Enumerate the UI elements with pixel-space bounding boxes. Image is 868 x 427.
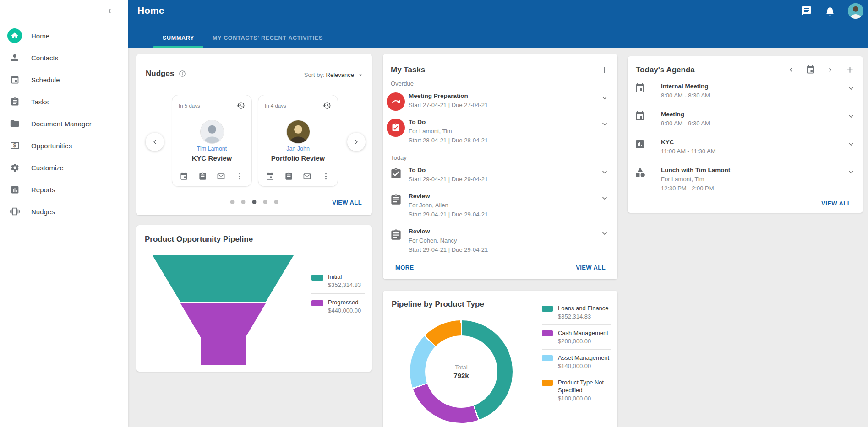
sidebar-item-document-manager[interactable]: Document Manager — [0, 113, 128, 135]
carousel-dot[interactable] — [230, 200, 235, 204]
tab-summary[interactable]: SUMMARY — [153, 27, 203, 48]
agenda-item-title: Internal Meeting — [661, 82, 846, 91]
sidebar-item-customize[interactable]: Customize — [0, 157, 128, 178]
chevron-down-icon[interactable] — [846, 84, 856, 93]
task-title: To Do — [409, 166, 600, 175]
clipboard-icon — [7, 94, 22, 109]
agenda-row[interactable]: Meeting 9:00 AM - 9:30 AM — [628, 105, 863, 133]
chevron-down-icon[interactable] — [600, 194, 609, 203]
chevron-down-icon[interactable] — [846, 112, 856, 121]
nudges-view-all-link[interactable]: VIEW ALL — [332, 199, 362, 206]
sidebar-collapse-button[interactable] — [104, 6, 115, 16]
contact-avatar[interactable] — [201, 120, 224, 143]
legend-item: Initial $352,314.83 — [311, 273, 365, 288]
chevron-down-icon[interactable] — [600, 93, 609, 103]
carousel-dot[interactable] — [274, 200, 278, 204]
chevron-down-icon[interactable] — [600, 168, 609, 177]
tasks-view-all-link[interactable]: VIEW ALL — [576, 264, 606, 271]
more-options-kebab-icon[interactable] — [322, 172, 330, 181]
agenda-item-time: 8:00 AM - 8:30 AM — [661, 91, 846, 100]
legend-item: Loans and Finance $352,314.83 — [542, 304, 611, 320]
legend-item: Asset Management $140,000.00 — [542, 354, 611, 370]
home-icon — [7, 28, 22, 43]
meeting-calendar-icon — [634, 105, 661, 122]
todays-agenda-card: Today's Agenda Internal Meeting 8:00 AM … — [628, 56, 863, 213]
carousel-dot[interactable] — [252, 200, 257, 204]
sort-by-dropdown[interactable]: Sort by: Relevance — [304, 71, 364, 78]
legend-divider — [311, 293, 365, 294]
add-task-plus-icon[interactable] — [599, 65, 609, 75]
more-options-kebab-icon[interactable] — [235, 172, 244, 181]
agenda-row[interactable]: Internal Meeting 8:00 AM - 8:30 AM — [628, 77, 863, 105]
nudge-card[interactable]: In 5 days Tim Lamont KYC Review — [172, 95, 252, 187]
legend-label: Progressed — [328, 299, 361, 306]
sidebar-item-label: Reports — [31, 186, 55, 194]
agenda-view-all-link[interactable]: VIEW ALL — [821, 200, 851, 207]
task-row[interactable]: Review For John, Allen Start 29-04-21 | … — [383, 188, 617, 223]
history-icon[interactable] — [236, 101, 245, 110]
sidebar-item-opportunities[interactable]: $ Opportunities — [0, 135, 128, 157]
task-row[interactable]: To Do For Lamont, Tim Start 28-04-21 | D… — [383, 114, 617, 149]
task-row[interactable]: Meeting Preparation Start 27-04-21 | Due… — [383, 88, 617, 114]
notifications-bell-icon[interactable] — [824, 5, 835, 16]
legend-swatch — [542, 355, 553, 361]
calendar-action-icon[interactable] — [266, 172, 274, 181]
carousel-dot[interactable] — [241, 200, 246, 204]
sidebar-item-reports[interactable]: Reports — [0, 178, 128, 200]
agenda-item-time: 11:00 AM - 11:30 AM — [661, 147, 846, 156]
sidebar-item-label: Opportunities — [31, 142, 72, 150]
messages-icon[interactable] — [801, 5, 812, 16]
legend-label: Initial — [328, 273, 361, 280]
sidebar-item-contacts[interactable]: Contacts — [0, 47, 128, 69]
task-assignee: For Cohen, Nancy — [409, 236, 600, 245]
task-title: Review — [409, 192, 600, 201]
carousel-next-button[interactable] — [347, 133, 366, 151]
user-avatar[interactable] — [848, 3, 863, 19]
agenda-add-plus-icon[interactable] — [845, 65, 855, 75]
email-action-icon[interactable] — [217, 172, 225, 181]
legend-label: Loans and Finance — [558, 304, 609, 312]
agenda-next-day-button[interactable] — [826, 66, 834, 74]
sidebar-item-home[interactable]: Home — [0, 25, 128, 47]
task-row[interactable]: Review For Cohen, Nancy Start 29-04-21 |… — [383, 223, 617, 258]
agenda-title: Today's Agenda — [636, 65, 695, 75]
email-action-icon[interactable] — [303, 172, 311, 181]
sidebar-item-nudges[interactable]: Nudges — [0, 200, 128, 222]
chevron-down-icon[interactable] — [600, 119, 609, 129]
page-title: Home — [137, 5, 164, 16]
overdue-redo-icon — [387, 92, 405, 111]
agenda-row[interactable]: Lunch with Tim Lamont For Lamont, Tim 12… — [628, 161, 863, 198]
bar-chart-icon — [7, 182, 22, 197]
calendar-icon — [7, 72, 22, 87]
chevron-down-icon[interactable] — [600, 229, 609, 238]
funnel-legend: Initial $352,314.83 Progressed $440,000.… — [311, 273, 365, 314]
chevron-down-icon[interactable] — [846, 168, 856, 177]
contact-name-link[interactable]: Tim Lamont — [179, 146, 245, 152]
legend-swatch — [311, 300, 323, 306]
contact-name-link[interactable]: Jan John — [265, 146, 331, 152]
nudge-card[interactable]: In 4 days Jan John Portfolio Review — [258, 95, 338, 187]
carousel-dot[interactable] — [263, 200, 267, 204]
calendar-action-icon[interactable] — [180, 172, 188, 181]
sidebar-item-tasks[interactable]: Tasks — [0, 91, 128, 113]
agenda-calendar-icon[interactable] — [806, 65, 815, 75]
tasks-more-link[interactable]: MORE — [395, 264, 414, 271]
agenda-row[interactable]: KYC 11:00 AM - 11:30 AM — [628, 133, 863, 161]
agenda-item-time: 9:00 AM - 9:30 AM — [661, 119, 846, 128]
agenda-prev-day-button[interactable] — [787, 66, 795, 74]
carousel-prev-button[interactable] — [146, 133, 164, 151]
notes-action-icon[interactable] — [198, 172, 207, 181]
contact-avatar[interactable] — [287, 120, 310, 143]
info-icon[interactable] — [179, 70, 186, 77]
chevron-down-icon[interactable] — [846, 140, 856, 149]
task-row[interactable]: To Do Start 29-04-21 | Due 29-04-21 — [383, 162, 617, 188]
legend-value: $440,000.00 — [328, 307, 361, 314]
history-icon[interactable] — [322, 101, 331, 110]
tab-my-contacts-recent-activities[interactable]: MY CONTACTS' RECENT ACTIVITIES — [203, 27, 332, 48]
notes-action-icon[interactable] — [284, 172, 293, 181]
legend-label: Product Type Not Specified — [558, 378, 611, 394]
task-clipboard-icon — [390, 194, 402, 206]
legend-divider — [542, 349, 611, 350]
sidebar-item-schedule[interactable]: Schedule — [0, 69, 128, 91]
chevron-left-icon — [151, 138, 159, 146]
